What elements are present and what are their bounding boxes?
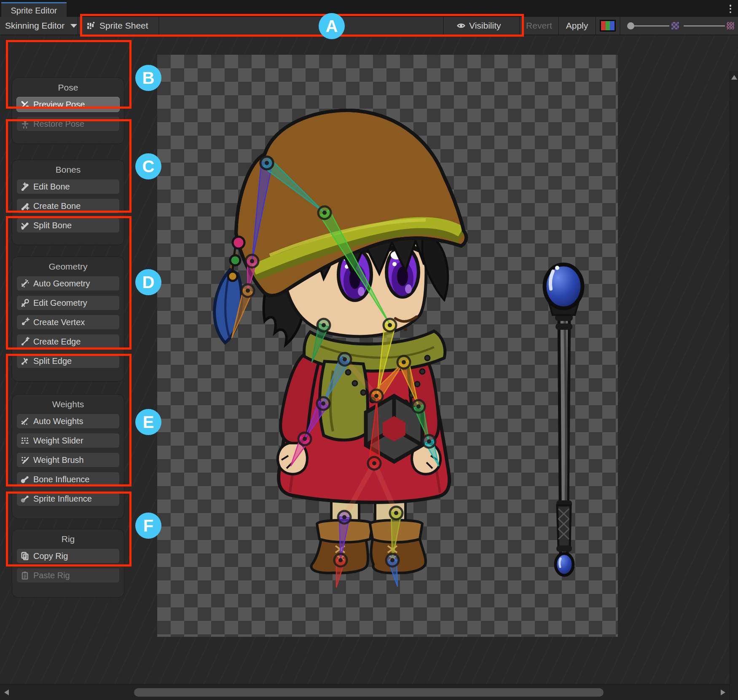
kebab-menu-icon[interactable] bbox=[727, 4, 734, 14]
button-label: Create Edge bbox=[33, 337, 81, 347]
preview-pose-button[interactable]: Preview Pose bbox=[16, 97, 120, 112]
button-label: Weight Brush bbox=[33, 455, 84, 465]
sprite-sheet-icon bbox=[86, 21, 95, 30]
group-title: Bones bbox=[12, 165, 124, 175]
annotation-badge-d: D bbox=[135, 269, 161, 295]
auto-geometry-icon bbox=[20, 279, 30, 288]
bone-joint-center bbox=[322, 323, 326, 327]
copy-rig-button[interactable]: Copy Rig bbox=[16, 548, 120, 564]
annotation-badge-e: E bbox=[135, 409, 161, 435]
bone-joint-center bbox=[374, 394, 378, 398]
edit-geometry-icon bbox=[20, 298, 30, 307]
button-label: Weight Slider bbox=[33, 436, 83, 446]
sprite-alpha-icon-2[interactable] bbox=[726, 21, 735, 30]
split-edge-icon bbox=[20, 356, 30, 366]
button-label: Copy Rig bbox=[33, 551, 68, 561]
chevron-down-icon bbox=[70, 24, 77, 28]
sprite-influence-icon bbox=[20, 494, 30, 503]
color-mode-segment bbox=[596, 17, 620, 35]
apply-button[interactable]: Apply bbox=[559, 17, 596, 35]
visibility-button[interactable]: Visibility bbox=[444, 17, 520, 35]
sprite-editor-window: Sprite Editor Skinning Editor Sprite She… bbox=[0, 0, 738, 700]
restore-pose-button[interactable]: Restore Pose bbox=[16, 116, 120, 131]
weight-brush-icon bbox=[20, 455, 30, 465]
split-bone-icon bbox=[20, 221, 30, 230]
tool-group-pose: PosePreview PoseRestore Pose bbox=[12, 77, 124, 144]
tool-group-bones: BonesEdit BoneCreate BoneSplit Bone bbox=[12, 160, 124, 245]
button-label: Paste Rig bbox=[33, 571, 70, 580]
auto-weights-icon bbox=[20, 417, 30, 426]
button-label: Create Vertex bbox=[33, 318, 85, 327]
bone-joint-center bbox=[402, 360, 406, 364]
sprite-influence-button[interactable]: Sprite Influence bbox=[16, 491, 120, 506]
button-label: Restore Pose bbox=[33, 119, 84, 129]
revert-button[interactable]: Revert bbox=[520, 17, 559, 35]
split-bone-button[interactable]: Split Bone bbox=[16, 218, 120, 233]
create-vertex-button[interactable]: Create Vertex bbox=[16, 315, 120, 330]
bone-joint-center bbox=[246, 289, 250, 293]
weight-brush-button[interactable]: Weight Brush bbox=[16, 452, 120, 468]
tab-title: Sprite Editor bbox=[11, 6, 57, 16]
toolbar: Skinning Editor Sprite Sheet Visibility … bbox=[0, 17, 738, 35]
scroll-right-arrow[interactable] bbox=[721, 689, 725, 695]
toolbar-spacer bbox=[159, 17, 444, 35]
workspace: PosePreview PoseRestore PoseBonesEdit Bo… bbox=[0, 35, 738, 684]
bone-joint-center bbox=[303, 437, 307, 441]
auto-weights-button[interactable]: Auto Weights bbox=[16, 414, 120, 429]
create-edge-button[interactable]: Create Edge bbox=[16, 334, 120, 349]
bone-joint-center bbox=[416, 404, 421, 409]
character-sprite bbox=[157, 55, 618, 637]
split-edge-button[interactable]: Split Edge bbox=[16, 353, 120, 369]
button-label: Preview Pose bbox=[33, 100, 85, 110]
staff bbox=[545, 265, 582, 575]
button-label: Split Bone bbox=[33, 221, 72, 230]
bone-joint-center bbox=[342, 515, 346, 519]
button-label: Edit Bone bbox=[33, 182, 70, 192]
annotation-badge-b: B bbox=[135, 65, 161, 91]
bone-joint-center bbox=[322, 211, 327, 215]
mode-dropdown[interactable]: Skinning Editor bbox=[0, 17, 78, 35]
group-title: Weights bbox=[12, 399, 124, 409]
button-label: Edit Geometry bbox=[33, 298, 87, 308]
annotation-badge-f: F bbox=[135, 513, 161, 539]
button-label: Create Bone bbox=[33, 201, 81, 211]
edit-bone-button[interactable]: Edit Bone bbox=[16, 179, 120, 194]
tool-group-weights: WeightsAuto WeightsWeight SliderWeight B… bbox=[12, 394, 124, 519]
horizontal-scrollbar[interactable] bbox=[0, 684, 730, 700]
sprite-sheet-label: Sprite Sheet bbox=[99, 21, 148, 31]
bone-influence-icon bbox=[20, 475, 30, 484]
rgb-swatch-icon[interactable] bbox=[600, 20, 616, 32]
create-bone-button[interactable]: Create Bone bbox=[16, 198, 120, 214]
button-label: Sprite Influence bbox=[33, 494, 92, 504]
sprite-canvas[interactable] bbox=[157, 55, 618, 637]
annotation-badge-c: C bbox=[135, 153, 161, 179]
edit-geometry-button[interactable]: Edit Geometry bbox=[16, 295, 120, 310]
group-title: Geometry bbox=[12, 262, 124, 272]
bone-joint-center bbox=[343, 357, 347, 361]
paste-rig-button[interactable]: Paste Rig bbox=[16, 568, 120, 583]
group-title: Pose bbox=[12, 83, 124, 93]
create-edge-icon bbox=[20, 337, 30, 346]
auto-geometry-button[interactable]: Auto Geometry bbox=[16, 276, 120, 291]
tab-sprite-editor[interactable]: Sprite Editor bbox=[1, 2, 67, 18]
horizontal-scroll-thumb[interactable] bbox=[134, 688, 604, 697]
group-title: Rig bbox=[12, 534, 124, 544]
sprite-opacity-track[interactable] bbox=[684, 25, 725, 27]
bone-opacity-track[interactable] bbox=[634, 25, 669, 27]
scroll-left-arrow[interactable] bbox=[4, 689, 9, 695]
weight-slider-button[interactable]: Weight Slider bbox=[16, 433, 120, 448]
button-label: Auto Geometry bbox=[33, 279, 90, 289]
button-label: Auto Weights bbox=[33, 417, 83, 426]
copy-rig-icon bbox=[20, 551, 30, 561]
scroll-up-arrow[interactable] bbox=[731, 75, 737, 80]
bone-influence-button[interactable]: Bone Influence bbox=[16, 472, 120, 487]
bone-joint-center bbox=[388, 323, 392, 327]
button-label: Split Edge bbox=[33, 356, 72, 366]
annotation-badge-a: A bbox=[319, 13, 345, 39]
bone-opacity-knob[interactable] bbox=[627, 22, 634, 29]
sprite-alpha-icon[interactable] bbox=[671, 21, 679, 30]
sprite-sheet-button[interactable]: Sprite Sheet bbox=[78, 17, 159, 35]
vertical-scrollbar[interactable] bbox=[730, 71, 738, 700]
paste-rig-icon bbox=[20, 571, 30, 580]
bone-joint-center bbox=[250, 259, 254, 263]
